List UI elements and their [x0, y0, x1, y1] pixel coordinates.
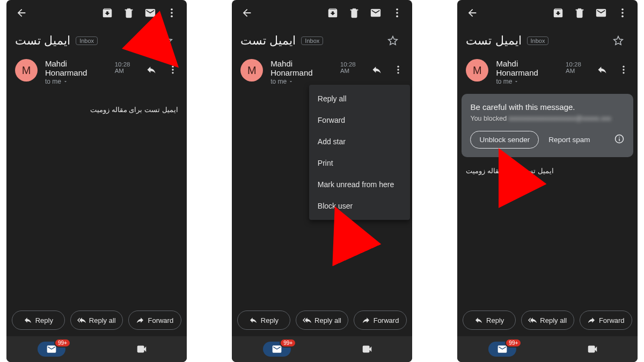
recipient-text: to me — [45, 78, 61, 85]
screenshot-3: ایمیل تست Inbox M Mahdi Honarmand 10:28 … — [457, 0, 638, 362]
nav-meet[interactable] — [97, 343, 187, 355]
info-icon[interactable] — [614, 134, 625, 146]
reply-label: Reply — [261, 316, 279, 324]
delete-icon[interactable] — [343, 2, 365, 24]
menu-reply-all[interactable]: Reply all — [309, 88, 410, 109]
svg-line-13 — [339, 216, 354, 249]
unread-badge: 99+ — [505, 338, 522, 348]
reply-button[interactable]: Reply — [463, 311, 516, 330]
recipient-line[interactable]: to me — [45, 78, 141, 85]
reply-all-label: Reply all — [314, 316, 341, 324]
warning-title: Be careful with this message. — [470, 102, 625, 112]
nav-mail[interactable]: 99+ — [6, 342, 97, 357]
avatar[interactable]: M — [15, 59, 38, 82]
reply-icon[interactable] — [591, 59, 613, 80]
archive-icon[interactable] — [547, 2, 569, 24]
svg-point-9 — [396, 16, 398, 18]
svg-point-17 — [623, 66, 624, 68]
sender-name: Mahdi Honarmand — [45, 59, 111, 77]
inbox-chip[interactable]: Inbox — [527, 36, 549, 45]
overflow-menu: Reply all Forward Add star Print Mark un… — [309, 85, 410, 220]
sender-time: 10:28 AM — [115, 61, 141, 74]
subject-row: ایمیل تست Inbox — [232, 26, 412, 51]
menu-forward[interactable]: Forward — [309, 109, 410, 131]
subject-text: ایمیل تست — [240, 34, 296, 48]
star-icon[interactable] — [382, 30, 404, 51]
email-body: ایمیل تست برای مقاله زومیت — [6, 85, 187, 305]
avatar[interactable]: M — [240, 59, 263, 82]
svg-point-22 — [619, 136, 620, 137]
recipient-line[interactable]: to me — [270, 78, 366, 85]
nav-meet[interactable] — [322, 343, 412, 355]
archive-icon[interactable] — [97, 2, 118, 24]
unblock-sender-button[interactable]: Unblock sender — [470, 131, 539, 149]
reply-all-button[interactable]: Reply all — [70, 311, 123, 330]
menu-add-star[interactable]: Add star — [309, 131, 410, 152]
svg-point-8 — [396, 12, 398, 14]
forward-button[interactable]: Forward — [354, 311, 407, 330]
svg-point-2 — [171, 16, 173, 18]
forward-label: Forward — [599, 316, 625, 324]
archive-icon[interactable] — [322, 2, 343, 24]
footer-actions: Reply Reply all Forward — [232, 305, 412, 336]
recipient-line[interactable]: to me — [496, 78, 591, 85]
svg-point-0 — [171, 9, 173, 11]
menu-print[interactable]: Print — [309, 152, 410, 174]
mark-unread-icon[interactable] — [365, 2, 386, 24]
back-icon[interactable] — [11, 2, 32, 24]
nav-meet[interactable] — [547, 343, 638, 355]
sender-name: Mahdi Honarmand — [496, 59, 561, 77]
delete-icon[interactable] — [569, 2, 590, 24]
reply-all-button[interactable]: Reply all — [296, 311, 349, 330]
reply-button[interactable]: Reply — [237, 311, 290, 330]
forward-button[interactable]: Forward — [580, 311, 633, 330]
bottom-nav: 99+ — [6, 336, 187, 362]
more-icon[interactable] — [386, 2, 408, 24]
mark-unread-icon[interactable] — [140, 2, 161, 24]
reply-icon[interactable] — [366, 59, 387, 80]
toolbar — [232, 0, 412, 26]
chevron-down-icon — [63, 79, 68, 84]
inbox-chip[interactable]: Inbox — [76, 36, 98, 45]
nav-mail[interactable]: 99+ — [232, 342, 322, 357]
more-icon[interactable] — [612, 2, 633, 24]
back-icon[interactable] — [462, 2, 483, 24]
report-spam-button[interactable]: Report spam — [548, 136, 590, 144]
forward-label: Forward — [374, 316, 399, 324]
annotation-arrow — [333, 212, 365, 255]
menu-mark-unread[interactable]: Mark unread from here — [309, 174, 410, 195]
message-more-icon[interactable] — [613, 59, 634, 80]
avatar[interactable]: M — [466, 59, 488, 82]
reply-label: Reply — [486, 316, 504, 324]
reply-button[interactable]: Reply — [12, 311, 65, 330]
inbox-chip[interactable]: Inbox — [301, 36, 323, 45]
svg-point-15 — [621, 12, 624, 14]
recipient-text: to me — [270, 78, 287, 85]
footer-actions: Reply Reply all Forward — [457, 305, 638, 336]
warning-subtitle: You blocked xxxxxxxxxxxxxxxxxxxx@xxxxx.x… — [470, 115, 625, 122]
more-icon[interactable] — [161, 2, 182, 24]
toolbar — [457, 0, 638, 26]
mark-unread-icon[interactable] — [590, 2, 612, 24]
unread-badge: 99+ — [280, 338, 296, 348]
message-more-icon[interactable] — [387, 59, 409, 80]
reply-label: Reply — [35, 316, 53, 324]
star-icon[interactable] — [608, 30, 629, 51]
back-icon[interactable] — [236, 2, 258, 24]
bottom-nav: 99+ — [457, 336, 638, 362]
sender-time: 10:28 AM — [340, 61, 366, 74]
footer-actions: Reply Reply all Forward — [6, 305, 187, 336]
subject-text: ایمیل تست — [15, 34, 70, 48]
svg-point-19 — [623, 72, 624, 73]
delete-icon[interactable] — [118, 2, 140, 24]
forward-button[interactable]: Forward — [128, 311, 181, 330]
reply-all-button[interactable]: Reply all — [521, 311, 574, 330]
svg-point-1 — [171, 12, 173, 14]
svg-line-6 — [142, 31, 171, 60]
chevron-down-icon — [514, 79, 519, 84]
warning-blocked-address: xxxxxxxxxxxxxxxxxxxx@xxxxx.xxx — [509, 115, 611, 122]
nav-mail[interactable]: 99+ — [457, 342, 547, 357]
forward-label: Forward — [148, 316, 173, 324]
svg-point-5 — [172, 72, 173, 73]
bottom-nav: 99+ — [232, 336, 412, 362]
